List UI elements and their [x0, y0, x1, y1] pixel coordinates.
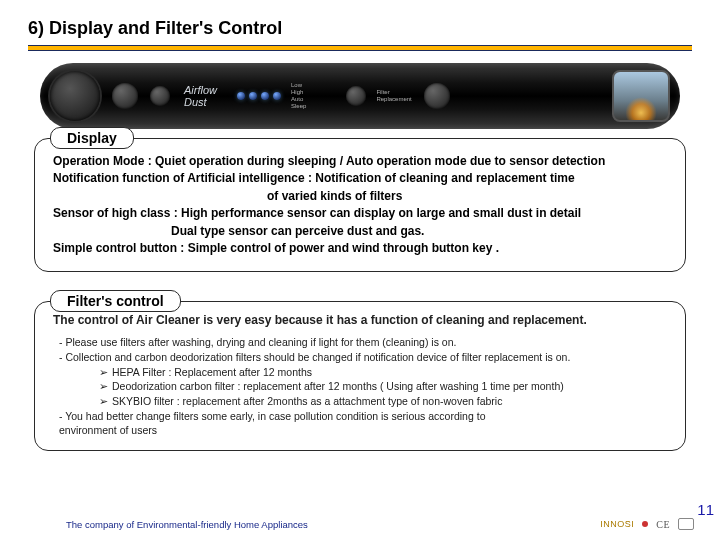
info-line: Notification function of Artificial inte… [53, 170, 667, 187]
led-row [237, 92, 281, 100]
filter-sub: ➢Deodorization carbon filter : replaceme… [53, 379, 667, 394]
footer-text: The company of Environmental-friendly Ho… [66, 519, 308, 530]
info-line: Dual type sensor can perceive dust and g… [53, 223, 667, 240]
panel-button-icon [112, 83, 138, 109]
led-icon [237, 92, 245, 100]
filter-info-box: The control of Air Cleaner is very easy … [34, 301, 686, 451]
info-line: Simple control button : Simple control o… [53, 240, 667, 257]
page-number: 11 [697, 501, 714, 518]
panel-display-icon [612, 70, 670, 122]
led-icon [249, 92, 257, 100]
replace-label: Filter Replacement [376, 89, 411, 103]
filter-item: - Please use filters after washing, dryi… [53, 335, 667, 350]
airflow-label: Airflow Dust [184, 84, 217, 108]
filter-sub: ➢SKYBIO filter : replacement after 2mont… [53, 394, 667, 409]
panel-button-icon [346, 86, 366, 106]
title-rule [28, 45, 692, 51]
panel-button-icon [424, 83, 450, 109]
cert-icon [678, 518, 694, 530]
ce-mark-icon: CE [656, 519, 670, 530]
led-icon [273, 92, 281, 100]
info-line: Sensor of high class : High performance … [53, 205, 667, 222]
info-line: Operation Mode : Quiet operation during … [53, 153, 667, 170]
info-line: of varied kinds of filters [53, 188, 667, 205]
bullet-icon: ➢ [99, 366, 108, 378]
filter-tail: - You had better change filters some ear… [53, 409, 667, 424]
bullet-icon: ➢ [99, 395, 108, 407]
display-section-label: Display [50, 127, 134, 149]
modes-label: Low High Auto Sleep [291, 82, 306, 111]
led-icon [261, 92, 269, 100]
filter-tail: environment of users [53, 423, 667, 438]
filter-sub: ➢HEPA Filter : Replacement after 12 mont… [53, 365, 667, 380]
device-panel-image: Airflow Dust Low High Auto Sleep Filter … [40, 63, 680, 129]
page-title: 6) Display and Filter's Control [28, 18, 692, 39]
filter-section-label: Filter's control [50, 290, 181, 312]
filter-lead: The control of Air Cleaner is very easy … [53, 312, 667, 329]
bullet-icon: ➢ [99, 380, 108, 392]
brand-dot-icon [642, 521, 648, 527]
panel-button-icon [150, 86, 170, 106]
power-dial-icon [50, 71, 100, 121]
filter-item: - Collection and carbon deodorization fi… [53, 350, 667, 365]
display-info-box: Operation Mode : Quiet operation during … [34, 138, 686, 272]
footer-logo: INNOSI CE [600, 518, 694, 530]
brand-label: INNOSI [600, 519, 634, 529]
